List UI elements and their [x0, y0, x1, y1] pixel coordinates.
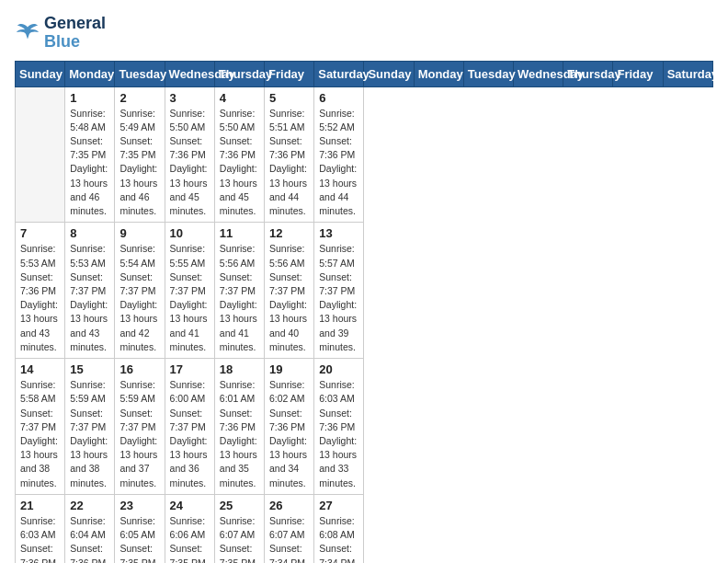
- day-number: 8: [70, 226, 109, 240]
- day-cell: 21Sunrise: 6:03 AM Sunset: 7:36 PM Dayli…: [16, 494, 65, 563]
- day-cell: 6Sunrise: 5:52 AM Sunset: 7:36 PM Daylig…: [314, 86, 364, 223]
- day-number: 6: [319, 91, 358, 105]
- day-cell: 9Sunrise: 5:54 AM Sunset: 7:37 PM Daylig…: [115, 223, 165, 359]
- day-info: Sunrise: 6:06 AM Sunset: 7:35 PM Dayligh…: [170, 514, 210, 563]
- day-cell: 7Sunrise: 5:53 AM Sunset: 7:36 PM Daylig…: [16, 223, 65, 359]
- day-number: 20: [319, 362, 358, 376]
- header-tuesday: Tuesday: [463, 61, 513, 86]
- day-cell: 24Sunrise: 6:06 AM Sunset: 7:35 PM Dayli…: [165, 494, 214, 563]
- day-number: 15: [70, 362, 109, 376]
- header-monday: Monday: [414, 61, 463, 86]
- day-number: 12: [269, 226, 309, 240]
- day-number: 17: [170, 362, 210, 376]
- day-info: Sunrise: 5:51 AM Sunset: 7:36 PM Dayligh…: [269, 107, 309, 219]
- day-cell: 25Sunrise: 6:07 AM Sunset: 7:35 PM Dayli…: [214, 494, 264, 563]
- day-info: Sunrise: 5:50 AM Sunset: 7:36 PM Dayligh…: [170, 107, 210, 219]
- day-cell: 23Sunrise: 6:05 AM Sunset: 7:35 PM Dayli…: [115, 494, 165, 563]
- day-cell: 22Sunrise: 6:04 AM Sunset: 7:36 PM Dayli…: [65, 494, 115, 563]
- day-number: 14: [20, 362, 60, 376]
- day-info: Sunrise: 5:53 AM Sunset: 7:36 PM Dayligh…: [20, 242, 60, 354]
- header-thursday: Thursday: [214, 61, 264, 86]
- day-number: 19: [269, 362, 309, 376]
- day-number: 22: [70, 499, 109, 512]
- day-number: 10: [170, 226, 210, 240]
- day-number: 21: [20, 499, 60, 512]
- day-cell: 5Sunrise: 5:51 AM Sunset: 7:36 PM Daylig…: [265, 86, 314, 223]
- header-sunday: Sunday: [16, 61, 65, 86]
- header-monday: Monday: [65, 61, 115, 86]
- day-cell: 20Sunrise: 6:03 AM Sunset: 7:36 PM Dayli…: [314, 359, 364, 495]
- logo-text: General Blue: [44, 15, 106, 52]
- day-info: Sunrise: 5:49 AM Sunset: 7:35 PM Dayligh…: [119, 107, 159, 219]
- day-info: Sunrise: 5:50 AM Sunset: 7:36 PM Dayligh…: [220, 107, 259, 219]
- day-info: Sunrise: 6:07 AM Sunset: 7:34 PM Dayligh…: [269, 514, 309, 563]
- header-saturday: Saturday: [314, 61, 364, 86]
- day-number: 4: [220, 91, 259, 105]
- day-number: 5: [269, 91, 309, 105]
- day-info: Sunrise: 5:58 AM Sunset: 7:37 PM Dayligh…: [20, 378, 60, 490]
- day-number: 3: [170, 91, 210, 105]
- day-cell: 10Sunrise: 5:55 AM Sunset: 7:37 PM Dayli…: [165, 223, 214, 359]
- header-friday: Friday: [265, 61, 314, 86]
- header-tuesday: Tuesday: [115, 61, 165, 86]
- day-info: Sunrise: 5:59 AM Sunset: 7:37 PM Dayligh…: [119, 378, 159, 490]
- day-cell: 1Sunrise: 5:48 AM Sunset: 7:35 PM Daylig…: [65, 86, 115, 223]
- day-info: Sunrise: 5:55 AM Sunset: 7:37 PM Dayligh…: [170, 242, 210, 354]
- day-cell: 3Sunrise: 5:50 AM Sunset: 7:36 PM Daylig…: [165, 86, 214, 223]
- header-wednesday: Wednesday: [165, 61, 214, 86]
- day-info: Sunrise: 5:53 AM Sunset: 7:37 PM Dayligh…: [70, 242, 109, 354]
- day-info: Sunrise: 5:56 AM Sunset: 7:37 PM Dayligh…: [269, 242, 309, 354]
- day-number: 9: [119, 226, 159, 240]
- day-number: 24: [170, 499, 210, 512]
- page-header: General Blue: [15, 15, 713, 52]
- logo: General Blue: [15, 15, 106, 52]
- day-info: Sunrise: 6:02 AM Sunset: 7:36 PM Dayligh…: [269, 378, 309, 490]
- day-info: Sunrise: 6:05 AM Sunset: 7:35 PM Dayligh…: [119, 514, 159, 563]
- week-row-1: 1Sunrise: 5:48 AM Sunset: 7:35 PM Daylig…: [16, 86, 713, 223]
- day-info: Sunrise: 6:00 AM Sunset: 7:37 PM Dayligh…: [170, 378, 210, 490]
- day-number: 18: [220, 362, 259, 376]
- week-row-4: 21Sunrise: 6:03 AM Sunset: 7:36 PM Dayli…: [16, 494, 713, 563]
- week-row-2: 7Sunrise: 5:53 AM Sunset: 7:36 PM Daylig…: [16, 223, 713, 359]
- day-info: Sunrise: 6:01 AM Sunset: 7:36 PM Dayligh…: [220, 378, 259, 490]
- header-saturday: Saturday: [663, 61, 712, 86]
- day-info: Sunrise: 6:03 AM Sunset: 7:36 PM Dayligh…: [319, 378, 358, 490]
- day-info: Sunrise: 5:59 AM Sunset: 7:37 PM Dayligh…: [70, 378, 109, 490]
- logo-bird-icon: [15, 20, 40, 46]
- day-number: 27: [319, 499, 358, 512]
- header-wednesday: Wednesday: [514, 61, 563, 86]
- day-cell: 2Sunrise: 5:49 AM Sunset: 7:35 PM Daylig…: [115, 86, 165, 223]
- day-number: 13: [319, 226, 358, 240]
- header-friday: Friday: [613, 61, 663, 86]
- day-info: Sunrise: 5:54 AM Sunset: 7:37 PM Dayligh…: [119, 242, 159, 354]
- day-number: 11: [220, 226, 259, 240]
- day-cell: 15Sunrise: 5:59 AM Sunset: 7:37 PM Dayli…: [65, 359, 115, 495]
- day-number: 1: [70, 91, 109, 105]
- day-cell: [16, 86, 65, 223]
- day-cell: 26Sunrise: 6:07 AM Sunset: 7:34 PM Dayli…: [265, 494, 314, 563]
- day-info: Sunrise: 5:48 AM Sunset: 7:35 PM Dayligh…: [70, 107, 109, 219]
- week-row-3: 14Sunrise: 5:58 AM Sunset: 7:37 PM Dayli…: [16, 359, 713, 495]
- day-cell: 17Sunrise: 6:00 AM Sunset: 7:37 PM Dayli…: [165, 359, 214, 495]
- day-cell: 8Sunrise: 5:53 AM Sunset: 7:37 PM Daylig…: [65, 223, 115, 359]
- day-number: 23: [119, 499, 159, 512]
- day-number: 16: [119, 362, 159, 376]
- day-info: Sunrise: 5:56 AM Sunset: 7:37 PM Dayligh…: [220, 242, 259, 354]
- day-cell: 4Sunrise: 5:50 AM Sunset: 7:36 PM Daylig…: [214, 86, 264, 223]
- day-cell: 27Sunrise: 6:08 AM Sunset: 7:34 PM Dayli…: [314, 494, 364, 563]
- day-cell: 12Sunrise: 5:56 AM Sunset: 7:37 PM Dayli…: [265, 223, 314, 359]
- day-number: 25: [220, 499, 259, 512]
- day-cell: 18Sunrise: 6:01 AM Sunset: 7:36 PM Dayli…: [214, 359, 264, 495]
- day-cell: 14Sunrise: 5:58 AM Sunset: 7:37 PM Dayli…: [16, 359, 65, 495]
- day-number: 26: [269, 499, 309, 512]
- day-info: Sunrise: 6:08 AM Sunset: 7:34 PM Dayligh…: [319, 514, 358, 563]
- day-cell: 19Sunrise: 6:02 AM Sunset: 7:36 PM Dayli…: [265, 359, 314, 495]
- calendar-table: SundayMondayTuesdayWednesdayThursdayFrid…: [15, 61, 713, 563]
- day-number: 2: [119, 91, 159, 105]
- day-cell: 13Sunrise: 5:57 AM Sunset: 7:37 PM Dayli…: [314, 223, 364, 359]
- day-info: Sunrise: 5:57 AM Sunset: 7:37 PM Dayligh…: [319, 242, 358, 354]
- header-thursday: Thursday: [563, 61, 613, 86]
- day-cell: 11Sunrise: 5:56 AM Sunset: 7:37 PM Dayli…: [214, 223, 264, 359]
- day-info: Sunrise: 6:04 AM Sunset: 7:36 PM Dayligh…: [70, 514, 109, 563]
- day-info: Sunrise: 6:07 AM Sunset: 7:35 PM Dayligh…: [220, 514, 259, 563]
